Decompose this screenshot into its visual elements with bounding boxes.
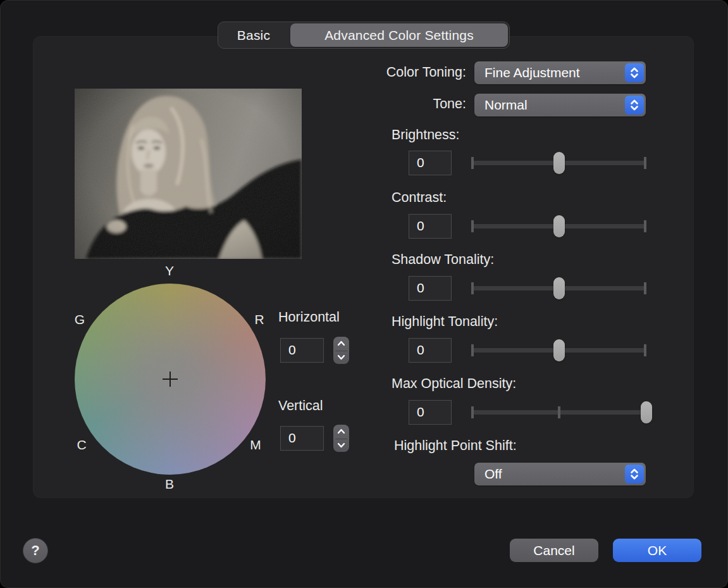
tone-dropdown[interactable]: Normal xyxy=(474,94,646,116)
contrast-label: Contrast: xyxy=(392,189,447,206)
slider-thumb[interactable] xyxy=(641,401,652,423)
help-button[interactable]: ? xyxy=(23,538,48,563)
wheel-label-red: R xyxy=(247,311,272,328)
dialog: Basic Advanced Color Settings xyxy=(0,0,728,588)
slider-tick xyxy=(558,406,560,418)
wheel-label-cyan: C xyxy=(69,436,94,454)
highlight-tonality-label: Highlight Tonality: xyxy=(392,313,498,330)
shadow-tonality-slider[interactable] xyxy=(471,277,646,299)
chevron-up-down-icon[interactable] xyxy=(625,96,644,115)
slider-tick xyxy=(644,220,646,232)
slider-tick xyxy=(644,282,646,294)
shadow-tonality-field[interactable]: 0 xyxy=(409,276,452,301)
vertical-label: Vertical xyxy=(278,397,323,415)
slider-thumb[interactable] xyxy=(553,277,565,299)
slider-tick xyxy=(471,220,474,232)
wheel-label-yellow: Y xyxy=(157,262,182,280)
max-optical-density-field[interactable]: 0 xyxy=(409,400,452,425)
question-mark-icon: ? xyxy=(31,542,39,559)
brightness-label: Brightness: xyxy=(392,126,460,144)
wheel-label-green: G xyxy=(67,311,92,328)
max-optical-density-label: Max Optical Density: xyxy=(392,375,516,392)
tone-label: Tone: xyxy=(304,95,466,113)
slider-tick xyxy=(644,157,646,169)
slider-tick xyxy=(471,406,474,418)
portrait-photo xyxy=(75,89,302,259)
highlight-tonality-field[interactable]: 0 xyxy=(409,338,452,363)
contrast-slider[interactable] xyxy=(471,215,646,237)
horizontal-label: Horizontal xyxy=(278,308,340,326)
chevron-up-down-icon[interactable] xyxy=(625,465,644,484)
color-wheel-crosshair[interactable] xyxy=(163,372,178,387)
color-toning-label: Color Toning: xyxy=(304,63,466,81)
chevron-up-icon[interactable] xyxy=(337,341,345,346)
preview-image xyxy=(75,89,302,259)
dropdown-value: Fine Adjustment xyxy=(484,61,580,84)
dropdown-value: Off xyxy=(484,463,502,485)
slider-thumb[interactable] xyxy=(553,215,565,237)
tab-basic[interactable]: Basic xyxy=(218,22,289,48)
cancel-button[interactable]: Cancel xyxy=(510,539,598,562)
stepper-divider xyxy=(335,439,347,439)
wheel-label-blue: B xyxy=(157,475,182,493)
max-optical-density-slider[interactable] xyxy=(471,401,646,423)
chevron-down-icon[interactable] xyxy=(337,354,345,360)
highlight-point-shift-label: Highlight Point Shift: xyxy=(394,437,517,454)
contrast-field[interactable]: 0 xyxy=(409,214,452,239)
dropdown-value: Normal xyxy=(484,94,527,116)
brightness-slider[interactable] xyxy=(471,152,646,174)
slider-tick xyxy=(471,282,474,294)
slider-thumb[interactable] xyxy=(553,339,565,361)
horizontal-field[interactable]: 0 xyxy=(280,338,324,363)
highlight-point-shift-dropdown[interactable]: Off xyxy=(474,463,646,485)
vertical-stepper[interactable] xyxy=(333,425,349,452)
chevron-up-down-icon[interactable] xyxy=(625,63,644,82)
slider-thumb[interactable] xyxy=(553,152,565,174)
highlight-tonality-slider[interactable] xyxy=(471,339,646,361)
color-wheel[interactable] xyxy=(75,284,266,475)
stepper-divider xyxy=(335,351,347,351)
slider-tick xyxy=(644,344,646,356)
brightness-field[interactable]: 0 xyxy=(409,151,452,175)
color-toning-dropdown[interactable]: Fine Adjustment xyxy=(474,61,646,84)
chevron-up-icon[interactable] xyxy=(337,428,345,434)
vertical-field[interactable]: 0 xyxy=(280,426,324,451)
slider-tick xyxy=(471,344,474,356)
ok-button[interactable]: OK xyxy=(613,539,701,562)
shadow-tonality-label: Shadow Tonality: xyxy=(392,251,494,268)
slider-tick xyxy=(471,157,474,169)
tab-bar: Basic Advanced Color Settings xyxy=(218,22,510,49)
wheel-label-magenta: M xyxy=(243,436,268,454)
horizontal-stepper[interactable] xyxy=(333,337,349,364)
tab-advanced-color-settings[interactable]: Advanced Color Settings xyxy=(290,23,508,47)
chevron-down-icon[interactable] xyxy=(337,442,345,448)
